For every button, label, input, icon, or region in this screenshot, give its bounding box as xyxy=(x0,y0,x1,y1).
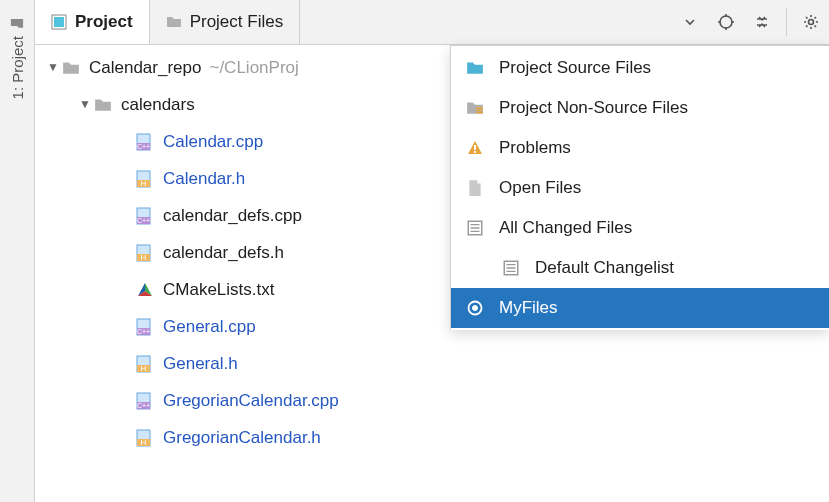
tab-label: Project xyxy=(75,12,133,32)
file-name: GregorianCalendar.h xyxy=(163,419,321,456)
h-file-icon: H xyxy=(135,354,155,374)
svg-point-2 xyxy=(720,16,732,28)
chevron-down-icon[interactable]: ▼ xyxy=(45,49,61,86)
file-name: General.h xyxy=(163,345,238,382)
project-icon xyxy=(51,14,67,30)
folder-icon xyxy=(10,16,24,30)
svg-text:C++: C++ xyxy=(137,402,150,409)
tree-folder-name: calendars xyxy=(121,86,195,123)
scope-option[interactable]: MyFiles xyxy=(451,288,829,328)
svg-rect-1 xyxy=(54,17,64,27)
svg-text:H: H xyxy=(141,179,147,188)
scope-label: Open Files xyxy=(499,178,581,198)
scope-label: Default Changelist xyxy=(535,258,674,278)
chevron-down-icon xyxy=(683,15,697,29)
folder-icon xyxy=(93,95,113,115)
cpp-file-icon: C++ xyxy=(135,206,155,226)
scope-option[interactable]: Default Changelist xyxy=(451,248,829,288)
scope-icon xyxy=(465,298,485,318)
divider xyxy=(786,8,787,36)
chevron-down-icon[interactable]: ▼ xyxy=(77,86,93,123)
scope-icon xyxy=(465,138,485,158)
svg-text:C++: C++ xyxy=(137,328,150,335)
file-name: General.cpp xyxy=(163,308,256,345)
tree-file[interactable]: HGregorianCalendar.h xyxy=(35,419,829,456)
scope-option[interactable]: All Changed Files xyxy=(451,208,829,248)
scope-icon xyxy=(501,258,521,278)
scope-popup: Project Source FilesProject Non-Source F… xyxy=(450,45,829,330)
file-name: CMakeLists.txt xyxy=(163,271,274,308)
tree-root-name: Calendar_repo xyxy=(89,49,201,86)
h-file-icon: H xyxy=(135,428,155,448)
h-file-icon: H xyxy=(135,169,155,189)
scope-label: Project Source Files xyxy=(499,58,651,78)
file-name: Calendar.cpp xyxy=(163,123,263,160)
scope-icon xyxy=(465,98,485,118)
svg-rect-34 xyxy=(474,151,476,153)
svg-rect-33 xyxy=(474,145,476,150)
gear-icon xyxy=(802,13,820,31)
tool-window-label: 1: Project xyxy=(9,36,26,99)
scope-label: Problems xyxy=(499,138,571,158)
scope-icon xyxy=(465,58,485,78)
tree-file[interactable]: HGeneral.h xyxy=(35,345,829,382)
tab-project-files[interactable]: Project Files xyxy=(150,0,301,44)
cpp-file-icon: C++ xyxy=(135,132,155,152)
scope-dropdown-button[interactable] xyxy=(674,6,706,38)
svg-text:H: H xyxy=(141,438,147,447)
svg-text:H: H xyxy=(141,364,147,373)
folder-icon xyxy=(61,58,81,78)
h-file-icon: H xyxy=(135,243,155,263)
scope-label: All Changed Files xyxy=(499,218,632,238)
tree-root-path: ~/CLionProj xyxy=(209,49,298,86)
collapse-icon xyxy=(754,14,770,30)
panel-header: Project Project Files xyxy=(35,0,829,45)
cmake-file-icon xyxy=(135,280,155,300)
scope-option[interactable]: Open Files xyxy=(451,168,829,208)
file-name: calendar_defs.cpp xyxy=(163,197,302,234)
cpp-file-icon: C++ xyxy=(135,317,155,337)
scope-option[interactable]: Project Non-Source Files xyxy=(451,88,829,128)
tool-window-button-project[interactable]: 1: Project xyxy=(7,10,28,105)
svg-text:C++: C++ xyxy=(137,217,150,224)
folder-icon xyxy=(166,14,182,30)
tab-project[interactable]: Project xyxy=(35,0,150,44)
svg-point-3 xyxy=(809,20,814,25)
svg-point-38 xyxy=(473,306,478,311)
collapse-all-button[interactable] xyxy=(746,6,778,38)
scope-label: Project Non-Source Files xyxy=(499,98,688,118)
svg-text:H: H xyxy=(141,253,147,262)
scope-icon xyxy=(465,178,485,198)
tab-label: Project Files xyxy=(190,12,284,32)
settings-button[interactable] xyxy=(795,6,827,38)
target-icon xyxy=(717,13,735,31)
tool-window-strip: 1: Project xyxy=(0,0,35,502)
scope-option[interactable]: Project Source Files xyxy=(451,48,829,88)
svg-text:C++: C++ xyxy=(137,143,150,150)
scope-label: MyFiles xyxy=(499,298,558,318)
file-name: GregorianCalendar.cpp xyxy=(163,382,339,419)
tree-file[interactable]: C++GregorianCalendar.cpp xyxy=(35,382,829,419)
file-name: Calendar.h xyxy=(163,160,245,197)
cpp-file-icon: C++ xyxy=(135,391,155,411)
scope-icon xyxy=(465,218,485,238)
scope-option[interactable]: Problems xyxy=(451,128,829,168)
locate-button[interactable] xyxy=(710,6,742,38)
file-name: calendar_defs.h xyxy=(163,234,284,271)
